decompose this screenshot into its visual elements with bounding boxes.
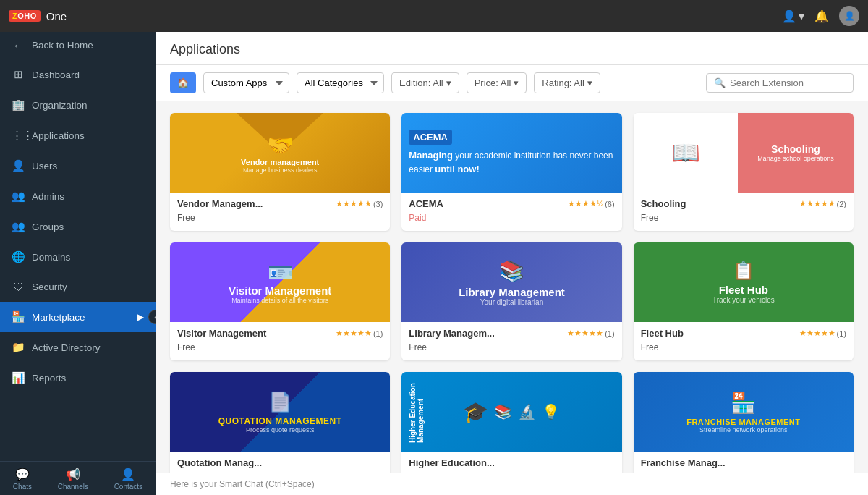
zoho-logo: ZOHO bbox=[9, 10, 41, 22]
card-info: Higher Education... Free bbox=[401, 452, 621, 473]
higher-icon-2: 📚 bbox=[494, 403, 512, 420]
card-quotation[interactable]: 📄 QUOTATION MANAGEMENT Process quote req… bbox=[170, 372, 390, 473]
price-filter[interactable]: Price: All ▾ bbox=[467, 72, 527, 93]
card-info: Schooling ★★★★★ (2) Free bbox=[634, 192, 854, 231]
stars: ★★★★★ bbox=[799, 329, 835, 338]
card-title-row: Fleet Hub ★★★★★ (1) bbox=[641, 328, 846, 339]
sidebar-item-applications[interactable]: ⋮⋮ Applications bbox=[0, 120, 156, 151]
sidebar-item-marketplace[interactable]: 🏪 Marketplace ▶ ‹ bbox=[0, 302, 156, 332]
card-vendor-image: 🤝 Vendor management Manage business deal… bbox=[170, 113, 390, 192]
card-vendor[interactable]: 🤝 Vendor management Manage business deal… bbox=[170, 113, 390, 231]
back-arrow-icon: ← bbox=[12, 39, 25, 51]
bottom-nav: 💬 Chats 📢 Channels 👤 Contacts bbox=[0, 461, 156, 495]
card-schooling-image: 📖 Schooling Manage school operations bbox=[634, 113, 854, 192]
card-schooling[interactable]: 📖 Schooling Manage school operations Sch… bbox=[634, 113, 854, 231]
card-higher[interactable]: Higher Education Management 🎓 📚 🔬 💡 High… bbox=[401, 372, 621, 473]
categories-filter[interactable]: All Categories bbox=[297, 72, 384, 93]
card-acema[interactable]: ACEMA Managing your academic institution… bbox=[401, 113, 621, 231]
quotation-icon: 📄 bbox=[268, 391, 292, 413]
card-fleet[interactable]: 📋 Fleet Hub Track your vehicles Fleet Hu… bbox=[634, 242, 854, 360]
vendor-icon: 🤝 bbox=[267, 132, 294, 158]
user-icon: 👤 bbox=[782, 9, 796, 23]
fleet-inner: 📋 Fleet Hub Track your vehicles bbox=[634, 242, 854, 322]
notification-bell[interactable]: 🔔 bbox=[814, 9, 829, 23]
sidebar-item-label: Users bbox=[32, 161, 144, 172]
higher-icon-4: 💡 bbox=[542, 403, 560, 420]
edition-filter[interactable]: Edition: All ▾ bbox=[391, 72, 459, 93]
card-title: Fleet Hub bbox=[641, 328, 684, 339]
card-title-row: ACEMA ★★★★½ (6) bbox=[409, 198, 614, 209]
avatar[interactable]: 👤 bbox=[839, 6, 859, 26]
bottom-nav-channels[interactable]: 📢 Channels bbox=[51, 466, 95, 492]
contacts-icon: 👤 bbox=[121, 468, 135, 481]
search-input[interactable] bbox=[730, 77, 846, 88]
groups-icon: 👥 bbox=[12, 220, 25, 233]
vendor-title: Vendor management bbox=[241, 158, 319, 166]
rating-filter[interactable]: Rating: All ▾ bbox=[534, 72, 600, 93]
card-title-row: Quotation Manag... bbox=[177, 457, 383, 468]
rating-count: (2) bbox=[837, 200, 846, 208]
sidebar-item-users[interactable]: 👤 Users bbox=[0, 151, 156, 181]
chats-icon: 💬 bbox=[15, 468, 30, 481]
dropdown-icon: ▾ bbox=[799, 9, 804, 23]
card-quotation-image: 📄 QUOTATION MANAGEMENT Process quote req… bbox=[170, 372, 390, 452]
card-title-row: Franchise Manag... bbox=[641, 457, 846, 468]
marketplace-icon: 🏪 bbox=[12, 310, 25, 323]
schooling-container: 📖 Schooling Manage school operations bbox=[634, 113, 854, 192]
fleet-title: Fleet Hub bbox=[719, 284, 768, 296]
content-header: Applications bbox=[156, 32, 868, 65]
card-title-row: Higher Education... bbox=[409, 457, 614, 468]
smart-chat-label: Here is your Smart Chat (Ctrl+Space) bbox=[170, 479, 315, 489]
card-price: Free bbox=[177, 213, 195, 223]
collapse-btn[interactable]: ‹ bbox=[148, 310, 156, 324]
users-icon: 👤 bbox=[12, 159, 25, 172]
dashboard-icon: ⊞ bbox=[12, 68, 25, 81]
card-franchise-image: 🏪 FRANCHISE MANAGEMENT Streamline networ… bbox=[634, 372, 854, 452]
sidebar-back[interactable]: ← Back to Home bbox=[0, 32, 156, 59]
card-library[interactable]: 📚 Library Management Your digital librar… bbox=[401, 242, 621, 360]
card-title: Visitor Management bbox=[177, 328, 266, 339]
custom-apps-filter[interactable]: Custom Apps bbox=[203, 72, 289, 93]
card-info: Visitor Management ★★★★★ (1) Free bbox=[170, 322, 390, 360]
sidebar-item-label: Reports bbox=[32, 373, 144, 384]
card-info: Quotation Manag... Free bbox=[170, 452, 390, 473]
expand-arrow-icon: ▶ bbox=[137, 312, 144, 322]
visitor-title: Visitor Management bbox=[229, 284, 331, 297]
domains-icon: 🌐 bbox=[12, 250, 25, 263]
user-dropdown[interactable]: 👤 ▾ bbox=[782, 9, 804, 23]
sidebar-item-label: Active Directory bbox=[32, 342, 144, 353]
sidebar-item-admins[interactable]: 👥 Admins bbox=[0, 181, 156, 211]
sidebar-item-security[interactable]: 🛡 Security bbox=[0, 272, 156, 302]
card-price: Free bbox=[641, 342, 659, 352]
smart-chat-bar[interactable]: Here is your Smart Chat (Ctrl+Space) bbox=[156, 473, 868, 495]
franchise-store-icon: 🏪 bbox=[731, 391, 756, 415]
card-info: Fleet Hub ★★★★★ (1) Free bbox=[634, 322, 854, 360]
sidebar-item-domains[interactable]: 🌐 Domains bbox=[0, 242, 156, 272]
card-rating: ★★★★★ (2) bbox=[799, 199, 846, 208]
sidebar-item-active-directory[interactable]: 📁 Active Directory bbox=[0, 332, 156, 363]
sidebar-item-label: Organization bbox=[32, 100, 144, 111]
home-button[interactable]: 🏠 bbox=[170, 72, 196, 93]
sidebar-item-reports[interactable]: 📊 Reports bbox=[0, 363, 156, 393]
sidebar-item-dashboard[interactable]: ⊞ Dashboard bbox=[0, 59, 156, 90]
bottom-nav-contacts[interactable]: 👤 Contacts bbox=[107, 466, 150, 492]
library-icon: 📚 bbox=[499, 259, 524, 283]
rating-count: (1) bbox=[373, 329, 383, 338]
sidebar-item-organization[interactable]: 🏢 Organization bbox=[0, 90, 156, 120]
apps-icon: ⋮⋮ bbox=[12, 129, 25, 142]
higher-inner: Higher Education Management 🎓 📚 🔬 💡 bbox=[401, 372, 621, 452]
card-fleet-image: 📋 Fleet Hub Track your vehicles bbox=[634, 242, 854, 322]
card-franchise[interactable]: 🏪 FRANCHISE MANAGEMENT Streamline networ… bbox=[634, 372, 854, 473]
avatar-initial: 👤 bbox=[844, 11, 855, 21]
bottom-nav-chats[interactable]: 💬 Chats bbox=[6, 466, 39, 492]
page-title: Applications bbox=[170, 42, 854, 57]
acema-text: Managing your academic institution has n… bbox=[409, 149, 614, 175]
sidebar-item-groups[interactable]: 👥 Groups bbox=[0, 211, 156, 242]
visitor-subtitle: Maintains details of all the visitors bbox=[231, 297, 328, 304]
sidebar-item-label: Dashboard bbox=[32, 69, 144, 80]
schooling-right: Schooling Manage school operations bbox=[738, 113, 854, 192]
card-rating: ★★★★★ (1) bbox=[336, 329, 383, 338]
acema-inner: ACEMA Managing your academic institution… bbox=[401, 122, 621, 182]
card-visitor[interactable]: 🪪 Visitor Management Maintains details o… bbox=[170, 242, 390, 360]
cards-grid: 🤝 Vendor management Manage business deal… bbox=[170, 113, 854, 473]
